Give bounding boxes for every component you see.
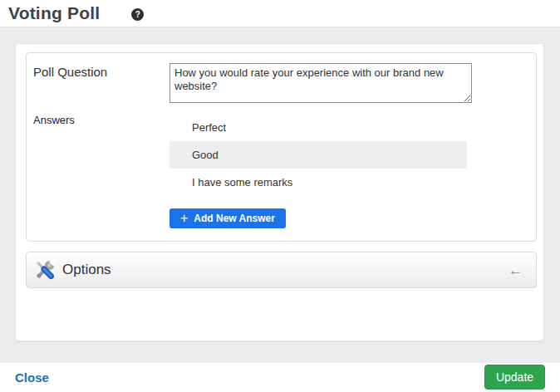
answer-row[interactable]: Perfect xyxy=(169,114,467,141)
help-icon[interactable]: ? xyxy=(131,8,144,21)
plus-icon: + xyxy=(180,212,188,225)
poll-question-label: Poll Question xyxy=(33,65,107,79)
voting-poll-page: Voting Poll ? Poll Question How you woul… xyxy=(0,0,560,392)
add-new-answer-label: Add New Answer xyxy=(194,213,275,224)
question-panel: Poll Question How you would rate your ex… xyxy=(26,52,537,242)
collapse-arrow-icon[interactable]: ← xyxy=(508,263,523,277)
poll-editor-card: Poll Question How you would rate your ex… xyxy=(15,43,544,341)
options-title: Options xyxy=(62,262,111,278)
answer-row[interactable]: I have some remarks xyxy=(169,169,467,196)
close-link[interactable]: Close xyxy=(15,370,49,385)
page-footer: Close Update xyxy=(0,363,560,392)
tools-icon xyxy=(33,258,56,282)
content-area: Poll Question How you would rate your ex… xyxy=(0,27,560,363)
answers-list: PerfectGoodI have some remarks xyxy=(169,114,467,196)
poll-question-input[interactable]: How you would rate your experience with … xyxy=(169,63,472,103)
page-title: Voting Poll xyxy=(8,3,100,23)
answer-row[interactable]: Good xyxy=(169,141,467,169)
page-header: Voting Poll ? xyxy=(0,0,560,27)
options-section-header[interactable]: Options ← xyxy=(26,252,537,288)
add-new-answer-button[interactable]: + Add New Answer xyxy=(169,208,286,228)
update-button[interactable]: Update xyxy=(484,365,545,390)
answers-label: Answers xyxy=(33,114,75,126)
